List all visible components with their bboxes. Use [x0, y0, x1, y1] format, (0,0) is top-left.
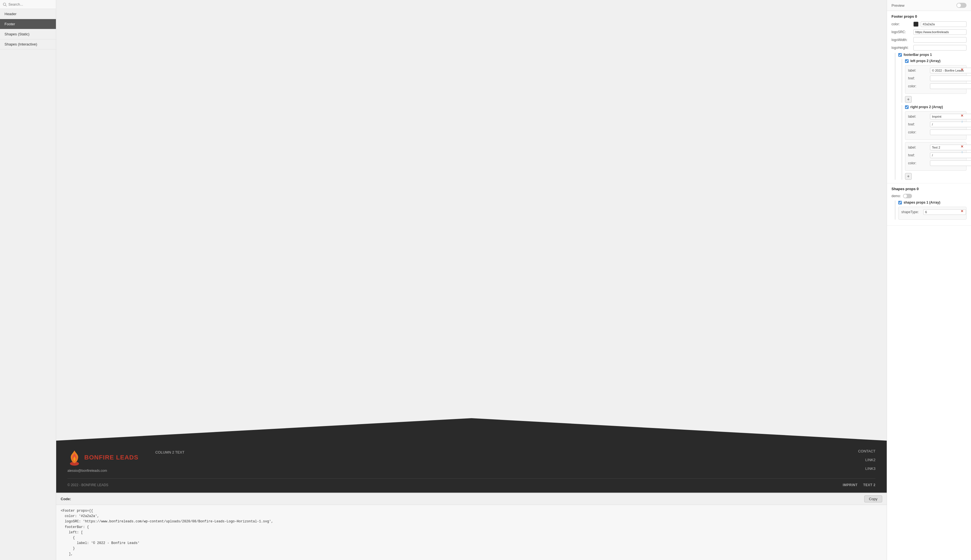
right-item-1-href-input[interactable]: [930, 152, 971, 158]
logoSRC-prop-row: logoSRC:: [891, 29, 966, 35]
main-area: BONFIRE LEADS alessio@bonfireleads.com C…: [56, 0, 887, 560]
right-props-title: right props 2 (Array): [905, 105, 966, 109]
left-item-0-controls: ✕: [959, 67, 964, 72]
right-item-1-color-input[interactable]: [930, 160, 971, 166]
footer-copyright: © 2022 - BONFIRE LEADS: [67, 483, 108, 487]
right-item-1-remove[interactable]: ✕: [959, 144, 964, 149]
footer-link3[interactable]: LINK3: [842, 467, 876, 471]
left-item-0-href-input[interactable]: [930, 75, 971, 81]
right-item-0-label-input[interactable]: [930, 114, 971, 119]
footerbar-title: footerBar props 1: [898, 53, 966, 57]
logoWidth-input[interactable]: [913, 37, 966, 43]
left-item-0-color-input[interactable]: [930, 83, 971, 89]
footer-bar-right: IMPRINT TEXT 2: [843, 483, 876, 487]
footer-text2-link[interactable]: TEXT 2: [863, 483, 876, 487]
right-item-1-href-label: href:: [908, 153, 928, 157]
search-bar: [0, 0, 56, 9]
right-item-0-color-row: color:: [908, 130, 963, 135]
color-swatch[interactable]: [913, 22, 918, 27]
sidebar: Header Footer Shapes (Static) Shapes (In…: [0, 0, 56, 560]
color-label: color:: [891, 22, 911, 26]
sidebar-item-header[interactable]: Header: [0, 9, 56, 19]
logoSRC-input[interactable]: [913, 29, 966, 35]
right-item-0-remove[interactable]: ✕: [959, 113, 964, 118]
footer-columns: BONFIRE LEADS alessio@bonfireleads.com C…: [67, 449, 876, 478]
left-item-0-color-row: color:: [908, 83, 963, 89]
preview-label: Preview: [891, 3, 904, 8]
logoHeight-prop-row: logoHeight:: [891, 45, 966, 50]
code-header: Code: Copy: [56, 493, 887, 505]
footer-bar: © 2022 - BONFIRE LEADS IMPRINT TEXT 2: [67, 483, 876, 487]
code-content: <Footer props={{ color: '#2a2a2a', logoS…: [56, 505, 887, 560]
right-item-0-label-label: label:: [908, 115, 928, 118]
demo-label: demo:: [891, 194, 901, 198]
footer-props-section: Footer props 0 color: logoSRC: logoWidth…: [887, 11, 971, 183]
footer-logo-col: BONFIRE LEADS alessio@bonfireleads.com: [67, 449, 138, 473]
demo-row: demo:: [891, 194, 966, 198]
preview-toggle[interactable]: [956, 3, 966, 8]
shapes-item-0: ✕ shapeType:: [898, 207, 966, 220]
left-item-0-label-input[interactable]: [930, 68, 971, 73]
preview-area: BONFIRE LEADS alessio@bonfireleads.com C…: [56, 0, 887, 493]
shapes-arr-checkbox[interactable]: [898, 201, 902, 205]
left-props-checkbox[interactable]: [905, 59, 909, 63]
color-prop-row: color:: [891, 21, 966, 27]
shapes-item-0-remove[interactable]: ✕: [959, 209, 964, 214]
color-input[interactable]: [921, 21, 966, 27]
footer-imprint-link[interactable]: IMPRINT: [843, 483, 858, 487]
footerbar-checkbox[interactable]: [898, 53, 902, 57]
footer-logo-row: BONFIRE LEADS: [67, 449, 138, 466]
right-add-button[interactable]: +: [905, 173, 912, 180]
footer-shape-top: [56, 418, 887, 441]
left-props-title: left props 2 (Array): [905, 59, 966, 63]
right-item-1-color-label: color:: [908, 161, 928, 165]
right-item-1-color-row: color:: [908, 160, 963, 166]
footer-preview: BONFIRE LEADS alessio@bonfireleads.com C…: [56, 0, 887, 493]
footer-col2-text: COLUMN 2 TEXT: [155, 450, 185, 454]
shapeType-label: shapeType:: [901, 210, 921, 214]
right-item-1-label-label: label:: [908, 145, 928, 149]
left-add-button[interactable]: +: [905, 96, 912, 103]
shapes-arr-section: shapes props 1 (Array) ✕ shapeType:: [895, 200, 966, 220]
left-item-0: ✕ label: href: color:: [905, 65, 966, 94]
code-label: Code:: [61, 497, 71, 501]
left-item-0-label-label: label:: [908, 68, 928, 72]
footer-contact-link[interactable]: CONTACT: [842, 449, 876, 453]
shapes-item-0-controls: ✕: [959, 209, 964, 214]
copy-button[interactable]: Copy: [864, 495, 882, 502]
demo-toggle[interactable]: [903, 194, 912, 198]
left-props-section: left props 2 (Array) ✕ label: href:: [902, 59, 966, 103]
right-item-0-color-label: color:: [908, 130, 928, 134]
left-item-0-remove[interactable]: ✕: [959, 67, 964, 72]
footerbar-section: footerBar props 1 left props 2 (Array) ✕…: [895, 53, 966, 180]
left-item-0-href-row: href:: [908, 75, 963, 81]
right-item-1-label-row: label:: [908, 145, 963, 150]
footer-col-right: CONTACT LINK2 LINK3: [842, 449, 876, 471]
right-item-1-controls: ✕ ↑: [959, 144, 964, 155]
right-item-0-href-row: href:: [908, 122, 963, 127]
right-panel: Preview Footer props 0 color: logoSRC: l…: [887, 0, 971, 560]
search-input[interactable]: [8, 2, 53, 7]
right-item-0: ✕ ↓ label: href: color:: [905, 111, 966, 140]
right-item-0-color-input[interactable]: [930, 130, 971, 135]
logoWidth-prop-row: logoWidth:: [891, 37, 966, 43]
sidebar-item-shapes-static[interactable]: Shapes (Static): [0, 29, 56, 39]
flame-icon: [67, 449, 82, 466]
right-item-1-label-input[interactable]: [930, 145, 971, 150]
left-item-0-label-row: label:: [908, 68, 963, 73]
right-item-1-up[interactable]: ↑: [959, 150, 964, 155]
svg-marker-2: [56, 418, 887, 441]
footer-email: alessio@bonfireleads.com: [67, 469, 138, 473]
sidebar-item-footer[interactable]: Footer: [0, 19, 56, 29]
right-props-checkbox[interactable]: [905, 105, 909, 109]
left-item-0-color-label: color:: [908, 84, 928, 88]
footer-col-middle: COLUMN 2 TEXT: [155, 449, 825, 454]
sidebar-item-shapes-interactive[interactable]: Shapes (Interactive): [0, 39, 56, 50]
right-item-0-href-input[interactable]: [930, 122, 971, 127]
right-item-0-down[interactable]: ↓: [959, 119, 964, 124]
right-panel-header: Preview: [887, 0, 971, 11]
footer-link2[interactable]: LINK2: [842, 458, 876, 462]
logoHeight-input[interactable]: [913, 45, 966, 50]
right-item-1: ✕ ↑ label: href: color:: [905, 142, 966, 171]
logoWidth-label: logoWidth:: [891, 38, 911, 42]
